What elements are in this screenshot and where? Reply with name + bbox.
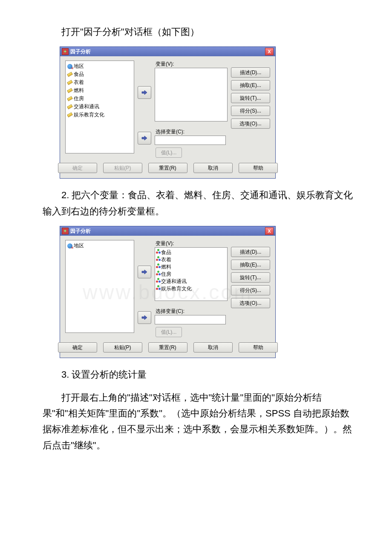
close-icon[interactable]: X bbox=[265, 48, 274, 55]
move-to-variables-button[interactable] bbox=[138, 86, 151, 99]
string-icon bbox=[67, 64, 72, 69]
reset-button[interactable]: 重置(R) bbox=[148, 163, 187, 173]
selection-variable-input[interactable] bbox=[155, 136, 226, 145]
arrow-right-icon bbox=[141, 135, 148, 141]
list-item: 交通和通讯 bbox=[66, 103, 133, 111]
options-button[interactable]: 选项(O)... bbox=[231, 298, 270, 308]
scale-icon bbox=[156, 249, 161, 254]
cancel-button[interactable]: 取消 bbox=[193, 342, 233, 353]
source-variable-list[interactable]: 地区 bbox=[65, 240, 134, 333]
list-item: 娱乐教育文化 bbox=[156, 285, 226, 292]
ok-button: 确定 bbox=[58, 163, 97, 173]
extract-button[interactable]: 抽取(E)... bbox=[231, 260, 270, 270]
arrow-right-icon bbox=[141, 315, 148, 321]
list-item: 娱乐教育文化 bbox=[66, 111, 133, 119]
extract-button[interactable]: 抽取(E)... bbox=[231, 80, 270, 90]
source-variable-list[interactable]: 地区 食品 衣着 燃料 住房 交通和通讯 娱乐教育文化 bbox=[65, 61, 134, 153]
titlebar: ✦ 因子分析 X bbox=[60, 226, 275, 236]
list-item: 衣着 bbox=[66, 78, 133, 87]
move-to-variables-button[interactable] bbox=[138, 266, 151, 278]
paste-button: 粘贴(P) bbox=[103, 163, 142, 173]
score-button[interactable]: 得分(S)... bbox=[231, 285, 270, 295]
ok-button[interactable]: 确定 bbox=[58, 342, 97, 353]
variables-list[interactable] bbox=[155, 68, 228, 121]
titlebar: ✦ 因子分析 X bbox=[60, 47, 275, 56]
ruler-icon bbox=[67, 113, 72, 118]
list-item: 地区 bbox=[66, 242, 133, 250]
paste-button[interactable]: 粘贴(P) bbox=[103, 342, 142, 353]
factor-analysis-dialog-2: www.bdocx.com ✦ 因子分析 X 地区 变量(V): 食品 衣着 bbox=[60, 226, 276, 358]
list-item: 地区 bbox=[66, 62, 133, 70]
rotate-button[interactable]: 旋转(T)... bbox=[231, 272, 270, 283]
selection-variable-input[interactable] bbox=[155, 315, 226, 324]
help-button[interactable]: 帮助 bbox=[239, 163, 278, 173]
move-to-selection-button[interactable] bbox=[138, 132, 151, 145]
score-button[interactable]: 得分(S)... bbox=[231, 106, 270, 116]
value-button: 值(L)... bbox=[156, 327, 182, 337]
dialog-footer: 确定 粘贴(P) 重置(R) 取消 帮助 bbox=[60, 337, 275, 358]
reset-button[interactable]: 重置(R) bbox=[148, 342, 187, 353]
intro-paragraph: 打开"因子分析"对话框（如下图） bbox=[43, 24, 354, 40]
list-item: 住房 bbox=[66, 95, 133, 103]
list-item: 衣着 bbox=[156, 256, 226, 263]
scale-icon bbox=[156, 263, 161, 269]
ruler-icon bbox=[67, 72, 72, 77]
scale-icon bbox=[156, 278, 161, 283]
dialog-footer: 确定 粘贴(P) 重置(R) 取消 帮助 bbox=[60, 158, 275, 178]
ruler-icon bbox=[67, 80, 72, 85]
arrow-right-icon bbox=[141, 269, 148, 275]
dialog-title: 因子分析 bbox=[70, 48, 265, 55]
help-button[interactable]: 帮助 bbox=[239, 342, 278, 353]
variables-label: 变量(V): bbox=[155, 61, 228, 68]
ruler-icon bbox=[67, 96, 72, 101]
step2-paragraph: 2. 把六个变量：食品、衣着、燃料、住房、交通和通讯、娱乐教育文化输入到右边的待… bbox=[43, 187, 354, 219]
selection-variable-label: 选择变量(C): bbox=[155, 128, 226, 136]
dialog-title: 因子分析 bbox=[70, 228, 265, 235]
move-to-selection-button[interactable] bbox=[138, 311, 151, 324]
describe-button[interactable]: 描述(D)... bbox=[231, 247, 270, 257]
scale-icon bbox=[156, 285, 161, 290]
rotate-button[interactable]: 旋转(T)... bbox=[231, 93, 270, 103]
arrow-right-icon bbox=[141, 90, 148, 95]
app-icon: ✦ bbox=[62, 48, 69, 55]
ruler-icon bbox=[67, 88, 72, 93]
cancel-button[interactable]: 取消 bbox=[193, 163, 233, 173]
value-button: 值(L)... bbox=[156, 147, 182, 158]
scale-icon bbox=[156, 271, 161, 276]
app-icon: ✦ bbox=[62, 228, 69, 234]
step3a-paragraph: 3. 设置分析的统计量 bbox=[43, 367, 354, 382]
list-item: 燃料 bbox=[66, 87, 133, 95]
close-icon[interactable]: X bbox=[265, 227, 274, 235]
list-item: 交通和通讯 bbox=[156, 278, 226, 285]
factor-analysis-dialog-1: ✦ 因子分析 X 地区 食品 衣着 燃料 住房 交通和通讯 娱乐教育文化 变量(… bbox=[60, 46, 276, 179]
selection-variable-label: 选择变量(C): bbox=[155, 308, 226, 315]
list-item: 食品 bbox=[66, 70, 133, 78]
string-icon bbox=[67, 243, 72, 249]
step3b-paragraph: 打开最右上角的"描述"对话框，选中"统计量"里面的"原始分析结果"和"相关矩阵"… bbox=[43, 390, 354, 454]
variables-list[interactable]: 食品 衣着 燃料 住房 交通和通讯 娱乐教育文化 bbox=[155, 247, 228, 301]
ruler-icon bbox=[67, 104, 72, 110]
scale-icon bbox=[156, 256, 161, 261]
list-item: 住房 bbox=[156, 271, 226, 278]
variables-label: 变量(V): bbox=[155, 240, 228, 247]
list-item: 燃料 bbox=[156, 263, 226, 271]
list-item: 食品 bbox=[156, 249, 226, 256]
describe-button[interactable]: 描述(D)... bbox=[231, 67, 270, 78]
options-button[interactable]: 选项(O)... bbox=[231, 119, 270, 129]
